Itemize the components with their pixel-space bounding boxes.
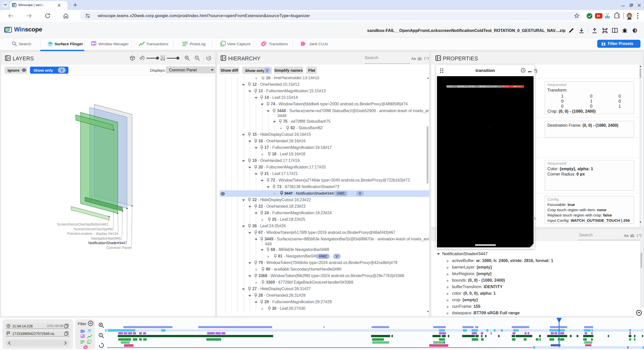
svg-text:NotificationShade#3447: NotificationShade#3447	[88, 241, 127, 245]
svg-text:Common Panel: Common Panel	[106, 246, 132, 250]
svg-text:ScreenDecorOverlayBottom#61: ScreenDecorOverlayBottom#61	[57, 222, 108, 226]
svg-text:ScreenDecorOverlay#60: ScreenDecorOverlay#60	[73, 227, 113, 231]
svg-text:NavigationBar0#81: NavigationBar0#81	[91, 236, 122, 240]
svg-text:PointerLocation - display 0#13: PointerLocation - display 0#134	[67, 232, 118, 236]
